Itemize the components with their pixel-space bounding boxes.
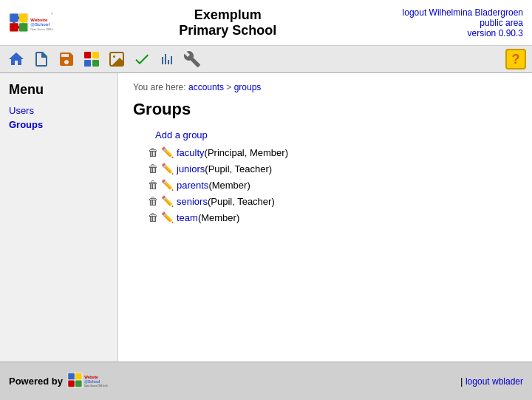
svg-rect-13 [84,52,91,58]
logout-link[interactable]: logout wblader [466,376,523,387]
version-line3: version 0.90.3 [403,28,523,38]
trash-icon[interactable]: 🗑 [148,146,158,158]
footer: Powered by Website @School Open-Source C… [0,362,532,400]
sidebar: Menu Users Groups [0,73,118,369]
svg-rect-20 [68,373,75,380]
sidebar-item-users[interactable]: Users [9,105,109,116]
group-desc-faculty: (Principal, Member) [205,147,288,158]
toolbar: ? [0,46,532,73]
footer-left: Powered by Website @School Open-Source C… [9,368,108,394]
svg-text:Website: Website [84,376,98,379]
group-link-team[interactable]: team [177,212,198,223]
page-title: Groups [133,100,517,119]
group-desc-team: (Member) [198,212,239,223]
logo-area: Website @School Open-Source CMS for Scho… [9,6,53,39]
content: You are here: accounts > groups Groups A… [118,73,532,369]
puzzle-icon[interactable] [81,49,102,70]
edit-icon[interactable]: ✏️ [161,179,174,191]
add-group-link[interactable]: Add a group [155,129,517,140]
svg-text:@School: @School [84,380,100,384]
chart-icon[interactable] [157,49,177,70]
group-link-seniors[interactable]: seniors [177,196,208,207]
group-link-parents[interactable]: parents [177,180,208,191]
check-icon[interactable] [132,49,152,70]
breadcrumb: You are here: accounts > groups [133,82,517,92]
footer-right: | logout wblader [460,376,523,387]
menu-heading: Menu [9,82,109,98]
trash-icon[interactable]: 🗑 [148,195,158,207]
breadcrumb-accounts[interactable]: accounts [188,82,224,92]
group-item: 🗑 ✏️ parents (Member) [148,179,517,191]
breadcrumb-separator: > [226,82,233,92]
breadcrumb-groups[interactable]: groups [234,82,262,92]
svg-rect-21 [68,381,75,387]
svg-text:Open-Source CMS for Schools: Open-Source CMS for Schools [30,28,53,31]
svg-rect-16 [92,60,99,67]
site-title: Exemplum Primary School [53,7,403,38]
group-item: 🗑 ✏️ juniors (Pupil, Teacher) [148,163,517,174]
svg-rect-14 [92,52,99,58]
home-icon[interactable] [6,49,27,70]
user-logout-line1: logout Wilhelmina Bladergroen [403,7,523,18]
svg-text:@School: @School [30,22,50,27]
edit-icon[interactable]: ✏️ [161,163,174,174]
svg-point-18 [113,55,115,58]
trash-icon[interactable]: 🗑 [148,211,158,223]
breadcrumb-prefix: You are here: [133,82,188,92]
footer-logo: Website @School Open-Source CMS for Scho… [67,368,108,394]
edit-icon[interactable]: ✏️ [161,211,174,223]
footer-separator: | [460,376,466,387]
site-name-line2: Primary School [53,23,403,38]
svg-rect-8 [19,23,27,31]
toolbar-left [6,49,202,70]
svg-text:Open-Source CMS for Schools: Open-Source CMS for Schools [84,384,108,387]
user-info[interactable]: logout Wilhelmina Bladergroen public are… [403,7,523,38]
group-desc-seniors: (Pupil, Teacher) [208,196,275,207]
group-desc-juniors: (Pupil, Teacher) [205,163,272,174]
site-name-line1: Exemplum [53,7,403,23]
image-icon[interactable] [106,49,127,70]
group-item: 🗑 ✏️ seniors (Pupil, Teacher) [148,195,517,207]
svg-rect-23 [75,381,82,387]
sidebar-item-groups[interactable]: Groups [9,119,109,130]
group-item: 🗑 ✏️ team (Member) [148,211,517,223]
group-item: 🗑 ✏️ faculty (Principal, Member) [148,146,517,158]
header: Website @School Open-Source CMS for Scho… [0,0,532,46]
svg-rect-22 [75,373,82,380]
edit-icon[interactable]: ✏️ [161,195,174,207]
edit-icon[interactable]: ✏️ [161,146,174,158]
group-link-juniors[interactable]: juniors [177,163,205,174]
wrench-icon[interactable] [182,49,202,70]
user-area-line2: public area [403,18,523,28]
group-link-faculty[interactable]: faculty [177,147,205,158]
powered-by-text: Powered by [9,376,63,387]
group-desc-parents: (Member) [208,180,250,191]
page-icon[interactable] [31,49,52,70]
trash-icon[interactable]: 🗑 [148,179,158,191]
svg-text:Website: Website [30,18,48,22]
help-icon[interactable]: ? [505,49,526,70]
save-icon[interactable] [56,49,77,70]
trash-icon[interactable]: 🗑 [148,163,158,174]
main: Menu Users Groups You are here: accounts… [0,73,532,369]
group-list: 🗑 ✏️ faculty (Principal, Member) 🗑 ✏️ ju… [133,146,517,223]
website-at-school-logo: Website @School Open-Source CMS for Scho… [9,6,53,39]
svg-rect-15 [84,60,91,67]
